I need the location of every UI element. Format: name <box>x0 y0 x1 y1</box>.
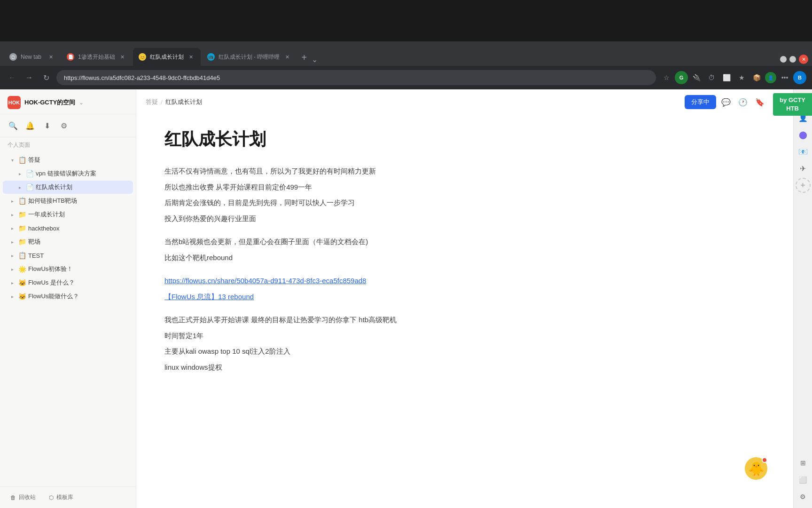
collections-icon[interactable]: 📦 <box>750 71 763 84</box>
chevron-flowus3: ▸ <box>8 293 16 300</box>
label-test: TEST <box>28 252 129 259</box>
page-area: HOK HOK-GCTY的空间 ⌄ 🔍 🔔 ⬇ ⚙ 个人页面 ▾ 📋 答疑 <box>0 89 812 508</box>
right-icon-gear[interactable]: ⚙ <box>796 489 811 504</box>
link-url[interactable]: https://flowus.cn/share/50b4057a-d911-47… <box>164 277 366 285</box>
template-label: 模板库 <box>56 493 73 501</box>
paragraph-0: 生活不仅有诗情画意，也有苟且，所以为了我更好的有时间精力更新 <box>164 165 765 177</box>
chevron-batchang: ▸ <box>8 238 16 246</box>
tab-2-close[interactable]: ✕ <box>187 53 195 61</box>
icon-vpn: 📄 <box>25 169 34 178</box>
sidebar-item-htb[interactable]: ▸ 📋 如何链接HTB靶场 <box>3 194 133 207</box>
breadcrumb: 答疑 / 红队成长计划 <box>146 98 202 106</box>
sidebar-item-dayi[interactable]: ▾ 📋 答疑 <box>3 153 133 167</box>
icon-flowus2: 🐱 <box>18 278 26 287</box>
right-icon-mail[interactable]: 📧 <box>796 144 811 159</box>
history-button[interactable]: 🕐 <box>736 95 750 109</box>
label-dayi: 答疑 <box>28 156 129 164</box>
star-icon[interactable]: ☆ <box>660 71 673 84</box>
favorites-icon[interactable]: ★ <box>735 71 748 84</box>
tab-1-close[interactable]: ✕ <box>119 53 126 61</box>
bing-button[interactable]: B <box>793 71 806 84</box>
paragraph-12: 时间暂定1年 <box>164 330 765 342</box>
tab-2-icon: 😊 <box>139 53 146 61</box>
icon-flowus1: 🌟 <box>18 265 26 273</box>
sidebar-item-batchang[interactable]: ▸ 📁 靶场 <box>3 235 133 248</box>
sidebar-item-flowus2[interactable]: ▸ 🐱 FlowUs 是什么？ <box>3 276 133 289</box>
icon-flowus3: 🐱 <box>18 292 26 301</box>
sidebar-item-hongdui[interactable]: ▸ 📄 红队成长计划 <box>3 181 133 194</box>
breadcrumb-current: 红队成长计划 <box>165 98 202 106</box>
tab-newtab-icon: 🗋 <box>9 53 17 61</box>
extensions-icon[interactable]: G <box>675 71 688 84</box>
template-button[interactable]: ⬡ 模板库 <box>44 491 78 504</box>
window-maximize-btn[interactable] <box>789 56 796 63</box>
icon-batchang: 📁 <box>18 238 26 246</box>
new-tab-button[interactable]: + <box>297 51 311 64</box>
right-icon-telegram[interactable]: ✈ <box>796 161 811 176</box>
os-top-bar <box>0 0 812 41</box>
recycle-bin-button[interactable]: 🗑 回收站 <box>6 491 40 504</box>
back-button[interactable]: ← <box>6 71 19 84</box>
icon-dayi: 📋 <box>18 156 26 164</box>
ext-icon-3[interactable]: ⏱ <box>705 71 718 84</box>
window-close-btn[interactable]: ✕ <box>799 55 808 64</box>
label-hongdui: 红队成长计划 <box>36 183 129 191</box>
forward-button[interactable]: → <box>23 71 36 84</box>
refresh-button[interactable]: ↻ <box>39 71 53 84</box>
breadcrumb-parent[interactable]: 答疑 <box>146 98 158 106</box>
right-icon-square[interactable]: ⬜ <box>796 472 811 487</box>
download-button[interactable]: ⬇ <box>39 118 55 133</box>
label-htb: 如何链接HTB靶场 <box>28 197 129 205</box>
share-button[interactable]: 分享中 <box>685 95 716 109</box>
sidebar-item-flowus3[interactable]: ▸ 🐱 FlowUs能做什么？ <box>3 290 133 303</box>
icon-year: 📁 <box>18 210 26 219</box>
address-input-container[interactable] <box>56 70 656 85</box>
comment-button[interactable]: 💬 <box>719 95 733 109</box>
chevron-year: ▸ <box>8 211 16 218</box>
doc-link[interactable]: https://flowus.cn/share/50b4057a-d911-47… <box>164 275 765 287</box>
label-vpn: vpn 链接错误解决方案 <box>36 169 129 178</box>
link-label[interactable]: 【FlowUs 息流】13 rebound <box>164 291 765 303</box>
tab-list-button[interactable]: ⌄ <box>312 55 318 64</box>
label-year: 一年成长计划 <box>28 210 129 219</box>
floating-avatar[interactable]: 🐥 <box>745 457 767 480</box>
workspace-name: HOK-GCTY的空间 <box>24 98 75 107</box>
paragraph-2: 后期肯定会涨钱的，目前是先到先得，同时可以快人一步学习 <box>164 197 765 209</box>
label-hackthebox: hackthebox <box>28 225 129 232</box>
notifications-button[interactable]: 🔔 <box>23 118 38 133</box>
chevron-flowus2: ▸ <box>8 279 16 286</box>
right-icon-add[interactable]: + <box>796 178 811 193</box>
tab-1[interactable]: 📄 1渗透开始基础 ✕ <box>61 48 132 66</box>
avatar-notification-dot <box>762 457 767 463</box>
sidebar-item-hackthebox[interactable]: ▸ 📁 hackthebox <box>3 222 133 235</box>
tab-newtab-close[interactable]: ✕ <box>47 53 55 61</box>
sidebar-item-year[interactable]: ▸ 📁 一年成长计划 <box>3 208 133 221</box>
breadcrumb-separator: / <box>161 99 163 106</box>
settings-button[interactable]: ⚙ <box>56 118 71 133</box>
window-minimize-btn[interactable] <box>780 56 787 63</box>
search-button[interactable]: 🔍 <box>6 118 21 133</box>
ext-icon-2[interactable]: 🔌 <box>690 71 703 84</box>
bookmark-button[interactable]: 🔖 <box>753 95 767 109</box>
gcty-badge-line1: by GCTY <box>780 96 805 104</box>
tab-3[interactable]: 📺 红队成长计划 - 哔哩哔哩 ✕ <box>202 48 297 66</box>
tab-bar-right: ✕ <box>780 55 808 64</box>
tab-3-icon: 📺 <box>207 53 215 61</box>
split-screen-icon[interactable]: ⬜ <box>720 71 733 84</box>
spacer-1 <box>164 228 765 236</box>
profile-icon[interactable]: 👤 <box>765 72 776 83</box>
tab-2[interactable]: 😊 红队成长计划 ✕ <box>133 48 201 66</box>
right-icon-settings[interactable]: ⬤ <box>796 127 811 142</box>
sidebar-item-test[interactable]: ▸ 📋 TEST <box>3 249 133 262</box>
paragraph-13: 主要从kali owasp top 10 sql注入2阶注入 <box>164 345 765 357</box>
sidebar-item-flowus1[interactable]: ▸ 🌟 FlowUs初体验！ <box>3 262 133 276</box>
recycle-label: 回收站 <box>19 493 36 501</box>
more-options-icon[interactable]: ••• <box>778 71 791 84</box>
right-icon-grid[interactable]: ⊞ <box>796 455 811 470</box>
tab-3-close[interactable]: ✕ <box>283 53 291 61</box>
tab-newtab[interactable]: 🗋 New tab ✕ <box>4 48 60 66</box>
workspace-chevron[interactable]: ⌄ <box>79 99 84 106</box>
sidebar-nav: ▾ 📋 答疑 ▸ 📄 vpn 链接错误解决方案 ▸ 📄 红队成长计划 <box>0 151 136 486</box>
sidebar-item-vpn[interactable]: ▸ 📄 vpn 链接错误解决方案 <box>3 167 133 180</box>
url-input[interactable] <box>64 74 648 81</box>
